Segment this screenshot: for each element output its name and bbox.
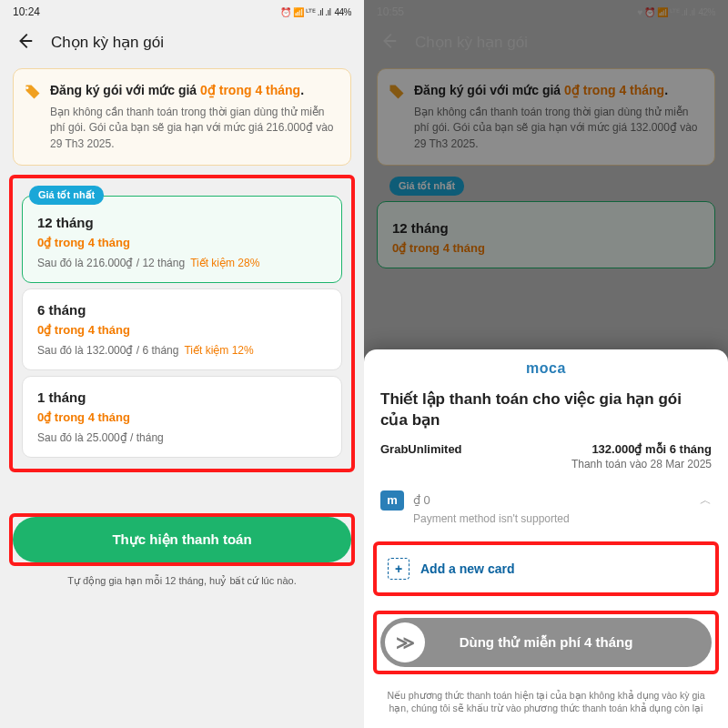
add-card-container: + Add a new card (373, 541, 719, 596)
status-icons: ⏰ 📶 ᴸᵀᴱ .ıl .ıl 44% (280, 7, 351, 17)
screen-plan-select: 10:24 ⏰ 📶 ᴸᵀᴱ .ıl .ıl 44% Chọn kỳ hạn gó… (0, 0, 364, 728)
back-icon (379, 31, 399, 54)
wallet-balance: ₫ 0 (413, 493, 430, 507)
promo-banner: Đăng ký gói với mức giá 0₫ trong 4 tháng… (13, 68, 351, 166)
swipe-label: Dùng thử miễn phí 4 tháng (460, 634, 633, 651)
status-time: 10:55 (377, 5, 404, 18)
swipe-container: ≫ Dùng thử miễn phí 4 tháng (373, 611, 719, 674)
tag-icon (389, 84, 405, 100)
app-bar: Chọn kỳ hạn gói (0, 22, 364, 65)
plan-option-12m[interactable]: 12 tháng 0₫ trong 4 tháng Sau đó là 216.… (22, 196, 342, 283)
swipe-knob-icon: ≫ (385, 622, 425, 662)
payment-disclaimer: Nếu phương thức thanh toán hiện tại của … (364, 682, 728, 715)
moca-logo: moca (364, 359, 728, 386)
due-date: Thanh toán vào 28 Mar 2025 (364, 458, 728, 481)
page-title: Chọn kỳ hạn gói (415, 33, 528, 52)
payment-method-error: Payment method isn't supported (364, 512, 728, 534)
moca-wallet-icon: m (380, 490, 404, 511)
swipe-to-confirm[interactable]: ≫ Dùng thử miễn phí 4 tháng (380, 618, 712, 667)
plan-name: 1 tháng (37, 389, 327, 405)
plan-list: Giá tốt nhất 12 tháng 0₫ trong 4 tháng S… (9, 175, 355, 472)
pay-button[interactable]: Thực hiện thanh toán (13, 517, 351, 562)
payment-method-row[interactable]: m ₫ 0 ︿ (364, 481, 728, 512)
plus-icon: + (388, 558, 410, 580)
add-card-button[interactable]: + Add a new card (380, 549, 712, 589)
status-time: 10:24 (13, 5, 40, 18)
best-price-badge: Giá tốt nhất (29, 186, 104, 205)
add-card-label: Add a new card (420, 561, 514, 576)
plan-option-6m[interactable]: 6 tháng 0₫ trong 4 tháng Sau đó là 132.0… (22, 288, 342, 370)
plan-trial: 0₫ trong 4 tháng (37, 323, 327, 337)
plan-after: Sau đó là 25.000₫ / tháng (37, 431, 327, 444)
plan-option-1m[interactable]: 1 tháng 0₫ trong 4 tháng Sau đó là 25.00… (22, 376, 342, 458)
chevron-up-icon: ︿ (700, 492, 712, 509)
plan-summary-row: GrabUnlimited 132.000₫ mỗi 6 tháng (364, 442, 728, 458)
status-icons: ♥ ⏰ 📶 ᴸᵀᴱ .ıl .ıl 42% (638, 7, 715, 17)
payment-bottom-sheet: moca Thiết lập thanh toán cho việc gia h… (364, 349, 728, 728)
auto-renew-note: Tự động gia hạn mỗi 12 tháng, huỷ bất cứ… (0, 575, 364, 587)
price: 132.000₫ mỗi 6 tháng (592, 442, 712, 456)
plan-after: Sau đó là 216.000₫ / 12 thángTiết kiệm 2… (37, 257, 327, 269)
banner-headline: Đăng ký gói với mức giá 0₫ trong 4 tháng… (50, 82, 338, 99)
plan-trial: 0₫ trong 4 tháng (37, 236, 327, 249)
screen-payment-sheet: 10:55 ♥ ⏰ 📶 ᴸᵀᴱ .ıl .ıl 42% Chọn kỳ hạn … (364, 0, 728, 728)
status-bar: 10:24 ⏰ 📶 ᴸᵀᴱ .ıl .ıl 44% (0, 0, 364, 22)
tag-icon (25, 84, 41, 100)
plan-name: 12 tháng (37, 215, 327, 230)
back-icon[interactable] (15, 31, 35, 54)
plan-trial: 0₫ trong 4 tháng (37, 410, 327, 424)
sheet-title: Thiết lập thanh toán cho việc gia hạn gó… (364, 386, 728, 442)
product-name: GrabUnlimited (380, 442, 462, 456)
banner-sub: Bạn không cần thanh toán trong thời gian… (50, 105, 338, 152)
page-title: Chọn kỳ hạn gói (51, 33, 164, 52)
best-price-badge: Giá tốt nhất (389, 177, 464, 196)
cta-container: Thực hiện thanh toán (9, 513, 355, 566)
plan-after: Sau đó là 132.000₫ / 6 thángTiết kiệm 12… (37, 344, 327, 357)
plan-name: 6 tháng (37, 302, 327, 318)
